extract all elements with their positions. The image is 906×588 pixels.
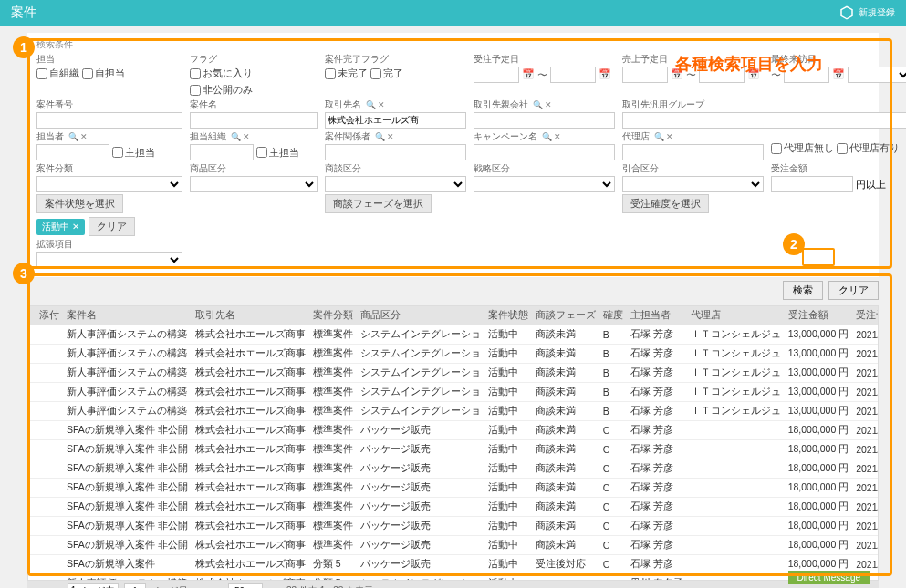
chk-dairiten-nashi[interactable]: 代理店無し (771, 141, 834, 155)
search-panel-title: 検索条件 (36, 38, 870, 51)
table-row[interactable]: SFAの新規導入案件 非公開株式会社ホエールズ商事標準案件パッケージ販売活動中商… (28, 459, 879, 479)
new-register-button[interactable]: 新規登録 (838, 5, 895, 21)
select-torihiki-group[interactable] (622, 112, 906, 129)
select-senryaku-kubun[interactable] (474, 176, 615, 192)
col-header[interactable]: 取引先名 (192, 306, 309, 325)
table-row[interactable]: SFAの新規導入案件 非公開株式会社ホエールズ商事標準案件パッケージ販売活動中商… (28, 517, 879, 536)
col-header[interactable]: 商談フェーズ (532, 306, 599, 325)
pager-status: 38 件中 1 - 38 を表示 (286, 584, 373, 588)
chk-kanryo[interactable]: 完了 (370, 67, 403, 80)
results-table: 添付案件名取引先名案件分類商品区分案件状態商談フェーズ確度主担当者代理店受注金額… (28, 306, 879, 581)
btn-jyuchu-kakudo[interactable]: 受注確度を選択 (622, 194, 709, 213)
chk-shutantou-1[interactable]: 主担当 (112, 146, 155, 160)
step-badge-1: 1 (13, 36, 35, 58)
search-button[interactable]: 検索 (783, 281, 823, 300)
table-row[interactable]: SFAの新規導入案件 非公開株式会社ホエールズ商事標準案件パッケージ販売活動中商… (28, 498, 879, 517)
cube-plus-icon (838, 5, 855, 21)
search-icon[interactable]: 🔍 ✕ (372, 132, 394, 141)
col-header[interactable]: 商品区分 (357, 306, 484, 325)
chk-private[interactable]: 非公開のみ (190, 83, 253, 97)
search-icon[interactable]: 🔍 ✕ (530, 100, 552, 109)
chk-dairiten-ari[interactable]: 代理店有り (837, 141, 900, 155)
table-row[interactable]: 新人事評価システムの構築株式会社ホエールズ商事標準案件システムインテグレーショ活… (28, 383, 879, 402)
attachment-icon (36, 555, 63, 574)
field-flag: フラグ お気に入り 非公開のみ (190, 53, 318, 97)
col-header[interactable]: 案件名 (63, 306, 192, 325)
search-icon[interactable]: 🔍 ✕ (363, 100, 385, 109)
table-row[interactable]: 新人事評価システムの構築株式会社ホエールズ商事標準案件システムインテグレーショ活… (28, 345, 879, 364)
attachment-icon (36, 383, 63, 402)
clear-button[interactable]: クリア (828, 281, 879, 300)
table-row[interactable]: 新人事評価システムの構築株式会社ホエールズ商事標準案件システムインテグレーショ活… (28, 325, 879, 345)
input-jucyu-from[interactable] (474, 67, 519, 83)
input-kanrensha[interactable] (325, 144, 466, 160)
search-icon[interactable]: 🔍 ✕ (651, 132, 673, 141)
direct-message-bar[interactable]: Direct Message (788, 571, 870, 584)
select-shoudan-kubun[interactable] (325, 176, 466, 192)
input-jyuchu-kingaku[interactable] (771, 176, 853, 192)
field-tantou: 担当 自組織 自担当 (36, 53, 182, 80)
calendar-icon[interactable]: 📅 (599, 68, 611, 81)
table-row[interactable]: SFAの新規導入案件 非公開株式会社ホエールズ商事標準案件パッケージ販売活動中商… (28, 440, 879, 459)
btn-clear-tags[interactable]: クリア (89, 217, 135, 236)
select-hikiai-kubun[interactable] (622, 176, 764, 192)
select-kakucho[interactable] (36, 252, 182, 268)
chk-jitantou[interactable]: 自担当 (82, 67, 125, 80)
input-torihikisaki[interactable] (325, 112, 466, 129)
table-row[interactable]: SFAの新規導入案件 非公開株式会社ホエールズ商事標準案件パッケージ販売活動中商… (28, 421, 879, 440)
table-row[interactable]: 新人事評価システムの構築株式会社ホエールズ商事標準案件システムインテグレーショ活… (28, 364, 879, 383)
chk-favorite[interactable]: お気に入り (190, 67, 253, 80)
table-row[interactable]: SFAの新規導入案件 非公開株式会社ホエールズ商事標準案件パッケージ販売活動中商… (28, 536, 879, 555)
attachment-icon (36, 536, 63, 555)
btn-shoudan-phase[interactable]: 商談フェーズを選択 (325, 194, 432, 213)
select-shouhin-kubun[interactable] (190, 176, 318, 192)
pager: ⏮ ◀ ページ目 ▶ ⏭ 50 38 件中 1 - 38 を表示 (27, 581, 879, 588)
col-header[interactable]: 主担当者 (627, 306, 687, 325)
field-jucyu-yotei: 受注予定日 📅 〜 📅 (474, 53, 615, 83)
attachment-icon (36, 325, 63, 345)
chk-jisoshiki[interactable]: 自組織 (36, 67, 79, 80)
search-icon[interactable]: 🔍 ✕ (66, 132, 88, 141)
search-icon[interactable]: 🔍 ✕ (539, 132, 561, 141)
calendar-icon[interactable]: 📅 (522, 68, 535, 81)
input-dairiten[interactable] (622, 144, 764, 160)
input-tantou-soshiki[interactable] (190, 144, 254, 160)
calendar-icon[interactable]: 📅 (832, 68, 845, 81)
col-header[interactable]: 代理店 (687, 306, 785, 325)
input-campaign[interactable] (474, 144, 615, 160)
chk-mikanryo[interactable]: 未完了 (325, 67, 368, 80)
tag-katsudouchuu[interactable]: 活動中✕ (36, 219, 85, 235)
col-header[interactable]: 添付 (36, 306, 63, 325)
select-saisyu[interactable] (848, 67, 906, 83)
page-title: 案件 (11, 5, 36, 21)
input-torihiki-kaisha[interactable] (474, 112, 615, 129)
btn-anken-joutai[interactable]: 案件状態を選択 (36, 194, 123, 213)
col-header[interactable]: 案件状態 (484, 306, 532, 325)
attachment-icon (36, 440, 63, 459)
attachment-icon (36, 421, 63, 440)
col-header[interactable] (28, 306, 36, 325)
input-uriage-from[interactable] (622, 67, 668, 83)
callout-text: 各種検索項目を入力 (675, 53, 823, 75)
search-icon[interactable]: 🔍 ✕ (228, 132, 250, 141)
chk-shutantou-2[interactable]: 主担当 (256, 146, 299, 160)
pager-page-current[interactable] (124, 583, 146, 588)
select-anken-bunrui[interactable] (36, 176, 182, 192)
col-header[interactable]: 受注予定日 (852, 306, 879, 325)
table-row[interactable]: SFAの新規導入案件株式会社ホエールズ商事分類 5パッケージ販売活動中受注後対応… (28, 555, 879, 574)
pager-page-total[interactable] (68, 583, 119, 588)
input-anken-name[interactable] (190, 112, 318, 129)
table-row[interactable]: SFAの新規導入案件 非公開株式会社ホエールズ商事標準案件パッケージ販売活動中商… (28, 479, 879, 498)
col-header[interactable]: 受注金額 (785, 306, 852, 325)
results-table-wrap[interactable]: 添付案件名取引先名案件分類商品区分案件状態商談フェーズ確度主担当者代理店受注金額… (27, 305, 879, 581)
input-jucyu-to[interactable] (550, 67, 596, 83)
input-anken-no[interactable] (36, 112, 182, 129)
input-tantousha[interactable] (36, 144, 109, 160)
attachment-icon (36, 402, 63, 421)
table-row[interactable]: 新人事評価システムの構築株式会社ホエールズ商事標準案件システムインテグレーショ活… (28, 402, 879, 421)
col-header[interactable]: 確度 (599, 306, 627, 325)
close-icon[interactable]: ✕ (72, 222, 79, 232)
pager-size[interactable]: 50 (228, 583, 263, 588)
col-header[interactable]: 案件分類 (309, 306, 357, 325)
table-row[interactable]: 新人事評価システムの構築株式会社ホエールズ商事分類 5システムインテグレーショ活… (28, 574, 879, 582)
